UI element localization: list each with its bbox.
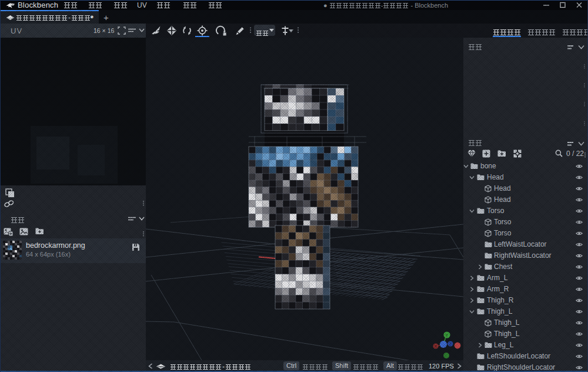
svg-text:Y: Y xyxy=(445,333,449,338)
svg-text:Z: Z xyxy=(449,341,452,347)
svg-text:X: X xyxy=(434,344,437,349)
